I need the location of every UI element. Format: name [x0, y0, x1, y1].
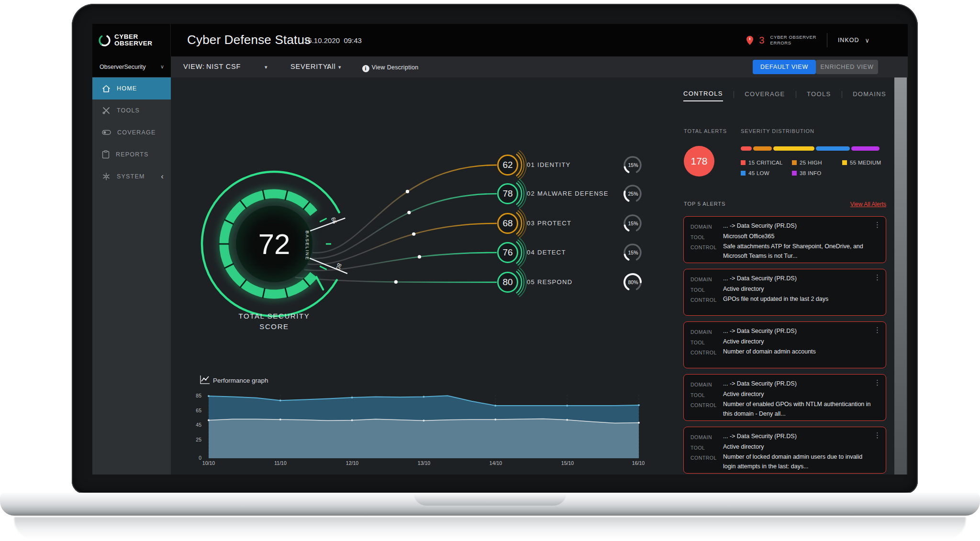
performance-graph-icon	[200, 375, 210, 385]
home-icon	[102, 85, 111, 93]
sidebar-item-coverage[interactable]: COVERAGE	[92, 121, 171, 144]
severity-segment-critical	[741, 146, 752, 151]
legend-medium: 55 MEDIUM	[842, 160, 881, 166]
tab-coverage[interactable]: COVERAGE	[745, 90, 785, 101]
view-description[interactable]: i View Description	[362, 63, 419, 72]
y-tick: 25	[183, 437, 201, 442]
mini-gauge-respond: 80%	[621, 271, 644, 294]
legend-critical: 15 CRITICAL	[741, 160, 783, 166]
category-label: 05 RESPOND	[527, 278, 572, 286]
performance-graph-title: Performance graph	[213, 377, 268, 384]
default-view-button[interactable]: DEFAULT VIEW	[753, 60, 816, 74]
category-label: 03 PROTECT	[527, 220, 571, 227]
severity-distribution-bar	[741, 146, 880, 151]
tab-divider	[842, 91, 842, 98]
alert-card[interactable]: DOMAIN... -> Data Security (PR.DS) TOOLA…	[683, 374, 886, 421]
user-menu[interactable]: INKOD	[838, 37, 859, 44]
severity-segment-high	[753, 146, 772, 151]
node-respond[interactable]: 80	[497, 272, 518, 293]
x-tick: 13/10	[410, 460, 438, 466]
node-detect[interactable]: 76	[497, 242, 518, 263]
tab-divider	[734, 91, 734, 98]
view-select[interactable]: NIST CSF	[206, 63, 241, 70]
sidebar-item-reports[interactable]: REPORTS	[92, 144, 171, 166]
alert-card[interactable]: DOMAIN... -> Data Security (PR.DS) TOOLM…	[683, 216, 886, 263]
tab-controls[interactable]: CONTROLS	[683, 90, 723, 101]
sidebar-item-home[interactable]: HOME	[92, 77, 171, 99]
node-malware-defense[interactable]: 78	[497, 183, 518, 204]
right-panel-tabs: CONTROLS COVERAGE TOOLS DOMAINS	[683, 90, 886, 101]
right-panel-scrollbar[interactable]	[894, 77, 907, 475]
x-tick: 11/10	[266, 460, 295, 466]
alert-menu-icon[interactable]: ⋮	[874, 378, 881, 387]
legend-high: 25 HIGH	[792, 160, 822, 166]
legend-low: 45 LOW	[741, 170, 769, 176]
enriched-view-button[interactable]: ENRICHED VIEW	[816, 60, 878, 74]
total-alerts-badge: 178	[684, 146, 714, 177]
error-count[interactable]: 3	[759, 35, 764, 46]
svg-text:15%: 15%	[628, 162, 638, 168]
total-score-circle: 72	[236, 206, 312, 282]
view-label: VIEW:	[183, 63, 205, 70]
alert-card[interactable]: DOMAIN... -> Data Security (PR.DS) TOOLA…	[683, 427, 886, 474]
mini-gauge-identity: 15%	[621, 154, 644, 177]
performance-area-chart	[205, 393, 643, 460]
header-datetime: 16.10.2020 09:43	[304, 36, 362, 44]
tools-icon	[102, 106, 111, 115]
svg-text:80%: 80%	[628, 279, 638, 285]
total-security-score: 72	[258, 228, 290, 261]
alert-card[interactable]: DOMAIN... -> Data Security (PR.DS) TOOLA…	[683, 321, 886, 368]
mini-gauge-protect: 15%	[621, 212, 644, 235]
alert-menu-icon[interactable]: ⋮	[874, 273, 881, 282]
tab-divider	[796, 91, 796, 98]
laptop-reflection	[14, 517, 966, 539]
laptop-base-notch	[413, 493, 567, 506]
node-identity[interactable]: 62	[497, 155, 518, 176]
severity-select[interactable]: All	[327, 63, 336, 70]
tab-tools[interactable]: TOOLS	[807, 90, 831, 101]
dashboard: CYBER OBSERVER Cyber Defense Status 16.1…	[92, 24, 908, 475]
category-label: 01 IDENTITY	[527, 161, 571, 168]
top-alerts-label: TOP 5 ALERTS	[684, 201, 725, 207]
svg-text:15%: 15%	[628, 221, 638, 226]
mini-gauge-detect: 15%	[621, 241, 644, 264]
severity-segment-info	[851, 146, 880, 151]
gauge-high-tick-label: 80	[334, 262, 343, 270]
severity-caret-icon[interactable]: ▾	[338, 64, 341, 70]
alert-menu-icon[interactable]: ⋮	[874, 221, 881, 229]
brand-logo-text: CYBER OBSERVER	[114, 33, 153, 47]
sidebar-item-tools[interactable]: TOOLS	[92, 99, 171, 121]
view-caret-icon[interactable]: ▾	[265, 64, 267, 70]
category-label: 02 MALWARE DEFENSE	[527, 190, 609, 197]
severity-segment-medium	[773, 146, 814, 151]
sidebar-nav: HOME TOOLS COVERAGE	[92, 77, 171, 475]
alert-menu-icon[interactable]: ⋮	[874, 431, 881, 440]
page-title: Cyber Defense Status	[187, 33, 311, 47]
alert-card[interactable]: DOMAIN... -> Data Security (PR.DS) TOOLA…	[683, 269, 886, 316]
x-tick: 16/10	[624, 460, 653, 466]
cyber-observer-logo-icon	[98, 34, 111, 47]
category-label: 04 DETECT	[527, 249, 566, 256]
svg-text:25%: 25%	[628, 191, 638, 197]
app-header: CYBER OBSERVER Cyber Defense Status 16.1…	[92, 24, 908, 56]
gauge-caption: TOTAL SECURITYSCORE	[202, 311, 346, 332]
alert-menu-icon[interactable]: ⋮	[874, 326, 881, 334]
x-tick: 12/10	[338, 460, 367, 466]
view-all-alerts-link[interactable]: View All Alerts	[820, 201, 886, 208]
sidebar-item-system[interactable]: SYSTEM ‹	[92, 166, 171, 188]
org-name: ObserverSecurity	[100, 64, 146, 70]
mini-gauge-malware: 25%	[621, 182, 644, 205]
severity-label: SEVERITY:	[290, 63, 330, 70]
y-tick: 85	[183, 393, 201, 398]
node-protect[interactable]: 68	[497, 213, 518, 234]
org-selector[interactable]: ObserverSecurity ∨	[92, 56, 171, 77]
svg-text:15%: 15%	[628, 250, 638, 255]
coverage-toggle-icon	[102, 130, 111, 135]
errors-label: CYBER OBSERVERERRORS	[770, 34, 816, 46]
system-collapse-chevron-icon[interactable]: ‹	[161, 174, 164, 179]
error-pin-icon[interactable]	[746, 36, 753, 45]
tab-domains[interactable]: DOMAINS	[853, 90, 886, 101]
severity-distribution-label: SEVERITY DISTRIBUTION	[741, 128, 814, 134]
org-chevron-icon: ∨	[160, 64, 164, 70]
user-menu-chevron-icon[interactable]: ∨	[865, 37, 869, 44]
